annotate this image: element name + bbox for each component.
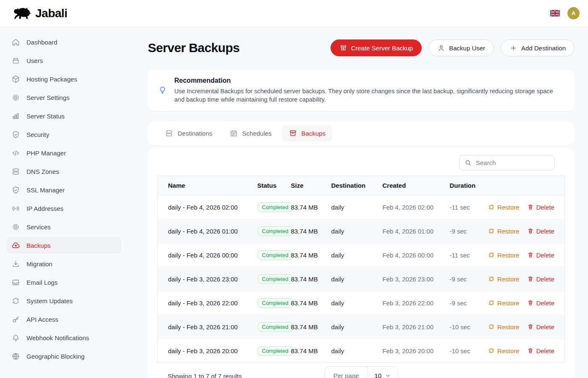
delete-button-label: Delete: [536, 276, 554, 283]
globe-icon: [11, 352, 20, 361]
user-avatar[interactable]: A: [567, 7, 580, 19]
tab-backups[interactable]: Backups: [282, 125, 333, 142]
language-flag-icon[interactable]: [550, 10, 560, 17]
restore-button[interactable]: Restore: [488, 323, 520, 331]
backup-created: Feb 3, 2026 23:00: [383, 276, 434, 283]
delete-button[interactable]: Delete: [527, 299, 554, 307]
sidebar-item-label: Backups: [26, 242, 51, 249]
trash-icon: [527, 204, 534, 210]
sidebar-item-security[interactable]: Security: [7, 126, 121, 143]
backup-destination: daily: [331, 228, 344, 235]
recommendation-title: Recommendation: [174, 77, 554, 84]
tab-destinations[interactable]: Destinations: [158, 125, 219, 142]
delete-button[interactable]: Delete: [527, 228, 554, 235]
restore-icon: [488, 276, 495, 282]
sidebar-item-label: Email Logs: [26, 279, 58, 286]
trash-icon: [527, 228, 534, 234]
restore-button[interactable]: Restore: [488, 252, 520, 259]
column-header-actions: [496, 176, 565, 195]
restore-button[interactable]: Restore: [488, 347, 520, 354]
restore-button-label: Restore: [497, 228, 520, 235]
sidebar-item-label: Migration: [26, 260, 52, 268]
sidebar-item-ip-addresses[interactable]: IP Addresses: [7, 200, 121, 217]
table-row: daily - Feb 3, 2026 23:00Completed83.74 …: [158, 267, 565, 291]
add-destination-label: Add Destination: [521, 45, 566, 52]
per-page-select[interactable]: 10: [368, 367, 398, 378]
restore-icon: [488, 299, 495, 306]
table-row: daily - Feb 3, 2026 21:00Completed83.74 …: [158, 315, 565, 339]
sidebar-item-label: Security: [26, 131, 49, 138]
sidebar-item-ssl-manager[interactable]: SSL Manager: [7, 181, 121, 198]
status-badge: Completed: [257, 346, 293, 356]
brand-name: Jabali: [35, 7, 67, 20]
sidebar-item-dashboard[interactable]: Dashboard: [7, 34, 121, 50]
add-destination-button[interactable]: Add Destination: [501, 39, 575, 56]
sidebar-item-system-updates[interactable]: System Updates: [7, 292, 121, 309]
sidebar-item-email-logs[interactable]: Email Logs: [7, 274, 121, 291]
backup-user-button[interactable]: Backup User: [428, 39, 494, 56]
status-badge: Completed: [257, 202, 293, 212]
sidebar-item-backups[interactable]: Backups: [7, 237, 121, 254]
home-icon: [11, 38, 20, 47]
create-server-backup-label: Create Server Backup: [351, 45, 413, 52]
sidebar-item-geographic-blocking[interactable]: Geographic Blocking: [7, 348, 121, 365]
backup-duration: -9 sec: [450, 228, 467, 235]
delete-button[interactable]: Delete: [527, 323, 554, 331]
sidebar-item-dns-zones[interactable]: DNS Zones: [7, 163, 121, 180]
delete-button[interactable]: Delete: [527, 252, 554, 259]
per-page-label: Per page: [325, 367, 368, 378]
search-input[interactable]: [459, 155, 555, 171]
backup-size: 83.74 MB: [291, 228, 318, 235]
delete-button[interactable]: Delete: [527, 204, 554, 211]
backup-destination: daily: [331, 323, 344, 331]
restore-icon: [488, 228, 495, 234]
backup-created: Feb 3, 2026 22:00: [383, 299, 434, 307]
restore-button[interactable]: Restore: [488, 276, 520, 283]
sidebar-item-migration[interactable]: Migration: [7, 255, 121, 272]
lightbulb-icon: [158, 86, 167, 95]
backup-size: 83.74 MB: [291, 323, 318, 331]
shield-check-icon: [11, 130, 20, 139]
restore-button[interactable]: Restore: [488, 228, 520, 235]
boar-logo-icon: [12, 6, 32, 21]
per-page-value: 10: [375, 372, 382, 378]
backup-destination: daily: [331, 347, 344, 354]
shield-check-icon: [11, 186, 20, 194]
restore-icon: [488, 323, 495, 330]
backup-duration: -10 sec: [450, 347, 470, 354]
gear-icon: [11, 93, 20, 102]
tab-schedules[interactable]: Schedules: [223, 125, 278, 142]
backup-created: Feb 4, 2026 00:00: [383, 252, 434, 259]
sidebar-item-server-settings[interactable]: Server Settings: [7, 89, 121, 106]
sidebar-item-label: Dashboard: [26, 39, 57, 46]
sidebar-item-webhook-notifications[interactable]: Webhook Notifications: [7, 329, 121, 346]
sidebar-item-users[interactable]: Users: [7, 52, 121, 69]
sidebar-item-hosting-packages[interactable]: Hosting Packages: [7, 71, 121, 87]
sidebar-item-api-access[interactable]: API Access: [7, 311, 121, 328]
calendar-icon: [229, 129, 238, 138]
restore-button[interactable]: Restore: [488, 204, 520, 211]
brand-logo[interactable]: Jabali: [12, 6, 67, 21]
create-server-backup-button[interactable]: Create Server Backup: [331, 39, 422, 56]
sidebar-item-label: PHP Manager: [26, 150, 66, 157]
backup-size: 83.74 MB: [291, 347, 318, 354]
backup-duration: -9 sec: [450, 276, 467, 283]
broadcast-icon: [11, 204, 20, 213]
column-header-duration: Duration: [450, 176, 496, 195]
gear-icon: [11, 223, 20, 231]
backup-name: daily - Feb 4, 2026 02:00: [168, 204, 238, 211]
delete-button[interactable]: Delete: [527, 276, 554, 283]
trash-icon: [527, 252, 534, 258]
table-row: daily - Feb 4, 2026 00:00Completed83.74 …: [158, 243, 565, 267]
restore-button[interactable]: Restore: [488, 299, 520, 307]
backup-duration: -11 sec: [450, 252, 470, 259]
sidebar-item-php-manager[interactable]: PHP Manager: [7, 144, 121, 161]
restore-button-label: Restore: [497, 323, 520, 331]
backup-tabs: DestinationsSchedulesBackups: [148, 121, 575, 145]
page-title: Server Backups: [148, 41, 239, 55]
restore-button-label: Restore: [497, 347, 520, 354]
sidebar-item-server-status[interactable]: Server Status: [7, 108, 121, 124]
server-icon: [165, 129, 173, 138]
sidebar-item-services[interactable]: Services: [7, 218, 121, 235]
delete-button[interactable]: Delete: [527, 347, 554, 354]
